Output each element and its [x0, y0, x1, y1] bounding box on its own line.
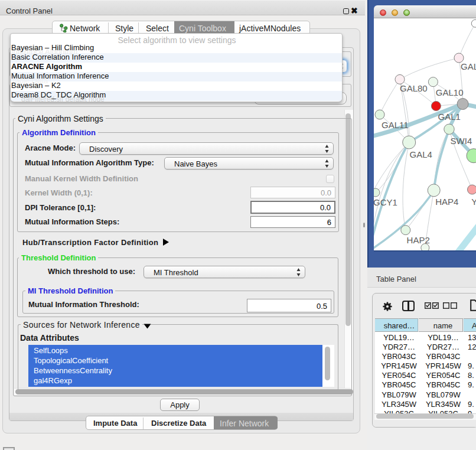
svg-text:GAL10: GAL10	[436, 87, 464, 97]
svg-text:GCY1: GCY1	[374, 197, 397, 207]
svg-text:HAP4: HAP4	[435, 197, 458, 207]
svg-text:HAP2: HAP2	[407, 235, 430, 245]
svg-text:GAL: GAL	[461, 61, 476, 71]
svg-text:GAL4: GAL4	[410, 149, 432, 159]
svg-text:GAL11: GAL11	[382, 120, 409, 130]
svg-text:GAL80: GAL80	[400, 83, 428, 93]
svg-text:GAL1: GAL1	[438, 112, 461, 122]
svg-text:SWI4: SWI4	[451, 136, 472, 146]
svg-text:Y: Y	[471, 197, 476, 207]
